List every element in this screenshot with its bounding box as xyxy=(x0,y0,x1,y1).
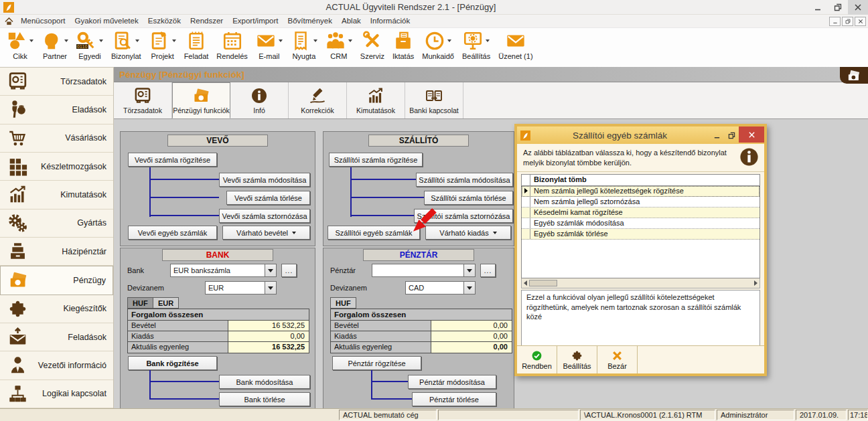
scrollbar-thumb[interactable] xyxy=(529,280,557,286)
vevoi-szamla-rogzitese-button[interactable]: Vevői számla rögzítése xyxy=(128,153,217,167)
dropdown-arrow-icon[interactable] xyxy=(64,39,68,42)
bank-modositasa-button[interactable]: Bank módosítása xyxy=(219,375,310,389)
bank-tab-eur[interactable]: EUR xyxy=(153,297,179,309)
sidebar-item-keszletmozgasok[interactable]: Készletmozgások xyxy=(0,153,113,181)
sidebar-item-vezetoi-informacio[interactable]: Vezetői információ xyxy=(0,351,113,380)
tab-kimutatasok[interactable]: Kimutatások xyxy=(347,82,405,118)
menu-gyakori-muveletek[interactable]: Gyakori műveletek xyxy=(70,15,143,27)
varhato-bevetel-button[interactable]: Várható bevétel xyxy=(222,226,310,240)
combo-dropdown-button[interactable] xyxy=(463,282,475,294)
menu-export-import[interactable]: Export/import xyxy=(228,15,283,27)
toolbar-item-email[interactable]: E-mail xyxy=(252,28,287,60)
penztar-tab-huf[interactable]: HUF xyxy=(330,297,356,309)
dropdown-arrow-icon[interactable] xyxy=(135,39,139,42)
dialog-maximize-button[interactable] xyxy=(724,127,739,144)
menu-informaciok[interactable]: Információk xyxy=(366,15,415,27)
bank-torlese-button[interactable]: Bank törlése xyxy=(219,392,310,406)
toolbar-item-partner[interactable]: Partner xyxy=(38,28,72,60)
menu-rendszer[interactable]: Rendszer xyxy=(186,15,228,27)
toolbar-item-szerviz[interactable]: Szerviz xyxy=(356,28,388,60)
toolbar-item-iktatas[interactable]: Iktatás xyxy=(388,28,418,60)
dialog-minimize-button[interactable] xyxy=(709,127,724,144)
szallitoi-szamla-rogzitese-button[interactable]: Szállítói számla rögzítése xyxy=(329,153,423,167)
bank-rogzitese-button[interactable]: Bank rögzítése xyxy=(128,356,217,370)
toolbar-item-projekt[interactable]: Projekt xyxy=(145,28,180,60)
sidebar-item-hazipenztar[interactable]: Házipénztár xyxy=(0,238,113,266)
dropdown-arrow-icon[interactable] xyxy=(313,39,317,42)
penztar-currency-select[interactable]: CAD xyxy=(405,281,476,294)
toolbar-item-nyugta[interactable]: Nyugta xyxy=(287,28,321,60)
tab-info[interactable]: Infó xyxy=(230,82,289,118)
mdi-minimize-button[interactable] xyxy=(829,17,841,26)
toolbar-item-cikk[interactable]: Cikk xyxy=(3,28,38,60)
window-restore-button[interactable] xyxy=(828,0,848,15)
toolbar-item-egyedi[interactable]: 0110Egyedi xyxy=(72,28,107,60)
vevoi-egyeb-szamlak-button[interactable]: Vevői egyéb számlák xyxy=(128,226,217,240)
penztar-select[interactable] xyxy=(372,264,476,277)
vevoi-szamla-sztornozasa-button[interactable]: Vevői számla sztornózása xyxy=(219,209,310,223)
menu-bovitmenyek[interactable]: Bővítmények xyxy=(283,15,337,27)
combo-dropdown-button[interactable] xyxy=(463,264,475,276)
table-row[interactable]: Nem számla jellegű sztornózása xyxy=(522,197,760,207)
sidebar-item-penzugy[interactable]: Pénzügy xyxy=(0,266,113,294)
dropdown-arrow-icon[interactable] xyxy=(172,39,176,42)
dialog-close-button[interactable] xyxy=(739,127,764,143)
bezar-button[interactable]: Bezár xyxy=(597,346,638,373)
dropdown-arrow-icon[interactable] xyxy=(447,39,451,42)
beallitas-button[interactable]: Beállítás xyxy=(557,346,597,373)
scroll-left-icon[interactable] xyxy=(524,280,527,286)
toolbar-item-munkaido[interactable]: Munkaidő xyxy=(418,28,458,60)
window-minimize-button[interactable] xyxy=(808,0,828,15)
bank-currency-select[interactable]: EUR xyxy=(205,281,277,294)
table-row[interactable]: Egyéb számlák módosítása xyxy=(522,218,760,229)
window-close-button[interactable] xyxy=(848,0,868,15)
sidebar-item-torzsadatok[interactable]: Törzsadatok xyxy=(0,68,113,96)
sidebar-item-eladasok[interactable]: Eladások xyxy=(0,96,113,124)
vevoi-szamla-modositasa-button[interactable]: Vevői számla módosítása xyxy=(219,173,310,187)
szallitoi-egyeb-szamlak-button[interactable]: Szállítói egyéb számlák xyxy=(328,226,420,240)
toolbar-item-rendeles[interactable]: Rendelés xyxy=(212,28,251,60)
mdi-restore-button[interactable] xyxy=(842,17,853,26)
dropdown-arrow-icon[interactable] xyxy=(279,39,283,42)
table-row[interactable]: Késedelmi kamat rögzítése xyxy=(522,207,760,218)
tab-korrekciok[interactable]: Korrekciók xyxy=(289,82,347,118)
menu-ablak[interactable]: Ablak xyxy=(337,15,366,27)
bank-account-select[interactable]: EUR bankszámla xyxy=(170,264,277,277)
sidebar-item-logikai-kapcsolat[interactable]: Logikai kapcsolat xyxy=(0,380,113,408)
penztar-browse-button[interactable]: ... xyxy=(480,264,496,277)
sidebar-item-vasarlasok[interactable]: Vásárlások xyxy=(0,124,113,153)
combo-dropdown-button[interactable] xyxy=(265,264,276,276)
bank-tab-huf[interactable]: HUF xyxy=(127,297,153,309)
combo-dropdown-button[interactable] xyxy=(265,282,276,294)
scroll-right-icon[interactable] xyxy=(754,280,757,286)
vevoi-szamla-torlese-button[interactable]: Vevői számla törlése xyxy=(226,191,310,205)
toolbar-item-crm[interactable]: CRM xyxy=(321,28,356,60)
sidebar-item-feladasok[interactable]: Feladások xyxy=(0,323,113,351)
menu-menucsoport[interactable]: Menücsoport xyxy=(16,15,70,27)
penztar-modositasa-button[interactable]: Pénztár módosítása xyxy=(408,375,496,389)
sidebar-item-kiegeszitok[interactable]: Kiegészítők xyxy=(0,295,113,323)
dropdown-arrow-icon[interactable] xyxy=(348,39,352,42)
dropdown-arrow-icon[interactable] xyxy=(486,39,490,42)
mdi-close-button[interactable] xyxy=(855,17,866,26)
szallitoi-szamla-torlese-button[interactable]: Szállítói számla törlése xyxy=(424,191,513,205)
toolbar-item-uzenet[interactable]: Üzenet (1) xyxy=(494,28,536,60)
sidebar-item-kimutatasok[interactable]: Kimutatások xyxy=(0,181,113,209)
toolbar-item-feladat[interactable]: Feladat xyxy=(180,28,213,60)
penztar-torlese-button[interactable]: Pénztár törlése xyxy=(412,392,496,406)
rendben-button[interactable]: Rendben xyxy=(517,346,557,373)
tab-penzugyi-funkciok[interactable]: Pénzügyi funkciók xyxy=(172,82,230,118)
table-row[interactable]: Egyéb számlák törlése xyxy=(522,229,760,240)
home-icon[interactable] xyxy=(3,16,15,26)
menu-eszkozok[interactable]: Eszközök xyxy=(143,15,186,27)
tab-torzsadatok[interactable]: Törzsadatok xyxy=(114,82,172,118)
toolbar-item-bizonylat[interactable]: Bizonylat xyxy=(107,28,145,60)
toolbar-item-beallitas[interactable]: Beállítás xyxy=(458,28,494,60)
sidebar-item-gyartas[interactable]: Gyártás xyxy=(0,209,113,238)
dropdown-arrow-icon[interactable] xyxy=(29,39,33,42)
table-row[interactable]: Nem számla jellegű kötelezettségek rögzí… xyxy=(522,186,760,197)
penztar-rogzitese-button[interactable]: Pénztár rögzítése xyxy=(332,356,421,370)
szallitoi-szamla-modositasa-button[interactable]: Szállítói számla módosítása xyxy=(416,173,513,187)
bank-browse-button[interactable]: ... xyxy=(281,264,297,277)
dropdown-arrow-icon[interactable] xyxy=(99,39,103,42)
